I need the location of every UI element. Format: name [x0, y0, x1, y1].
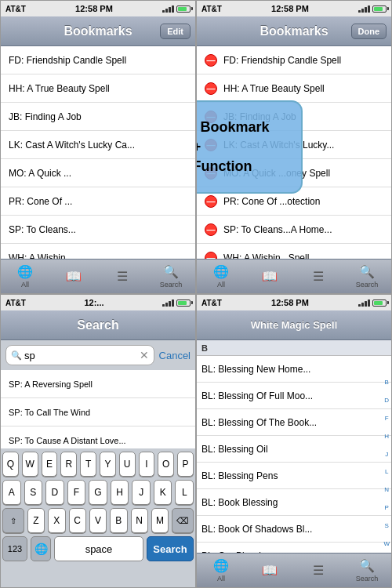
tab-mid[interactable]: ☰	[98, 266, 147, 287]
index-w[interactable]: W	[383, 540, 390, 547]
key-f[interactable]: F	[67, 480, 86, 505]
index-n[interactable]: N	[384, 486, 389, 493]
q3-nav-bar: Search	[1, 310, 195, 340]
delete-icon[interactable]: —	[205, 111, 217, 123]
list-item[interactable]: — FD: Friendship Candle Spell	[197, 46, 391, 74]
delete-icon[interactable]: —	[205, 252, 217, 260]
search-field[interactable]: 🔍 sp ✕	[5, 345, 154, 365]
index-l[interactable]: L	[385, 468, 388, 475]
key-q[interactable]: Q	[2, 452, 19, 477]
tab-all[interactable]: 🌐 All	[1, 261, 49, 292]
key-h[interactable]: H	[111, 480, 129, 505]
q2-carrier: AT&T	[201, 5, 222, 13]
list-item[interactable]: BL: Book Of Shadows Bl...	[197, 516, 391, 543]
q1-battery	[176, 5, 191, 13]
tab-bookmarks[interactable]: 📖	[49, 266, 98, 287]
list-item[interactable]: BL: Book Blessing	[197, 489, 391, 516]
list-item[interactable]: — HH: A True Beauty Spell	[197, 74, 391, 103]
tab-mid[interactable]: ☰	[294, 266, 343, 287]
key-w[interactable]: W	[22, 452, 38, 477]
delete-key[interactable]: ⌫	[172, 508, 194, 533]
key-v[interactable]: V	[89, 508, 107, 533]
list-item[interactable]: WH: A Wishin...	[1, 244, 195, 259]
list-item[interactable]: SP: To Cause A Distant Love...	[1, 426, 195, 448]
tab-search[interactable]: 🔍 Search	[343, 261, 391, 292]
tab-bookmarks[interactable]: 📖	[245, 266, 294, 287]
list-item[interactable]: JB: Finding A Job	[1, 103, 195, 131]
list-item[interactable]: SP: To Cleans...	[1, 216, 195, 244]
list-item[interactable]: SP: A Reversing Spell	[1, 370, 195, 398]
tab-bookmarks[interactable]: 📖	[245, 560, 294, 581]
list-item[interactable]: FD: Friendship Candle Spell	[1, 46, 195, 74]
q2-time: 12:58 PM	[271, 4, 309, 13]
list-item[interactable]: BL: Blessing New Home...	[197, 356, 391, 383]
list-item[interactable]: — PR: Cone Of ...otection	[197, 187, 391, 216]
key-r[interactable]: R	[60, 452, 77, 477]
list-item[interactable]: SP: To Call The Wind	[1, 398, 195, 426]
key-z[interactable]: Z	[27, 508, 45, 533]
key-d[interactable]: D	[45, 480, 64, 505]
search-key[interactable]: Search	[147, 536, 194, 561]
key-a[interactable]: A	[2, 480, 21, 505]
list-item[interactable]: — LK: Cast A Witch's Lucky...	[197, 131, 391, 159]
list-item[interactable]: — WH: A Wishin...Spell	[197, 244, 391, 259]
clear-search-icon[interactable]: ✕	[140, 349, 149, 361]
list-item[interactable]: LK: Cast A Witch's Lucky Ca...	[1, 131, 195, 159]
globe-key[interactable]: 🌐	[31, 536, 51, 561]
index-h[interactable]: H	[384, 433, 389, 440]
list-item[interactable]: BL: Blessing Pens	[197, 463, 391, 489]
tab-mid[interactable]: ☰	[294, 560, 343, 581]
key-i[interactable]: I	[139, 452, 155, 477]
key-t[interactable]: T	[80, 452, 96, 477]
key-123[interactable]: 123	[2, 536, 27, 561]
tab-search[interactable]: 🔍 Search	[343, 555, 391, 586]
list-item[interactable]: — MO: A Quick ...oney Spell	[197, 159, 391, 187]
index-d[interactable]: D	[384, 397, 389, 404]
q1-edit-button[interactable]: Edit	[160, 24, 191, 39]
list-item[interactable]: HH: A True Beauty Spell	[1, 74, 195, 103]
list-item[interactable]: — SP: To Cleans...A Home...	[197, 216, 391, 244]
list-item[interactable]: — JB: Finding A Job	[197, 103, 391, 131]
tab-search[interactable]: 🔍 Search	[147, 261, 195, 292]
delete-icon[interactable]: —	[205, 54, 217, 67]
list-item[interactable]: PR: Cone Of ...	[1, 187, 195, 216]
tab-all[interactable]: 🌐 All	[197, 261, 245, 292]
key-n[interactable]: N	[131, 508, 148, 533]
key-c[interactable]: C	[69, 508, 86, 533]
key-l[interactable]: L	[175, 480, 194, 505]
index-s[interactable]: S	[385, 522, 389, 529]
q4-carrier: AT&T	[201, 299, 222, 307]
delete-icon[interactable]: —	[205, 167, 217, 180]
list-item[interactable]: BL: Car Blessing	[197, 543, 391, 553]
key-e[interactable]: E	[42, 452, 58, 477]
key-k[interactable]: K	[154, 480, 172, 505]
delete-icon[interactable]: —	[205, 195, 217, 208]
space-key[interactable]: space	[54, 536, 143, 561]
key-u[interactable]: U	[119, 452, 136, 477]
list-item[interactable]: BL: Blessing Of The Book...	[197, 409, 391, 436]
delete-icon[interactable]: —	[205, 223, 217, 236]
index-bar[interactable]: B D F H J L N P S W	[383, 373, 390, 553]
delete-icon[interactable]: —	[205, 82, 217, 95]
key-y[interactable]: Y	[100, 452, 116, 477]
key-s[interactable]: S	[24, 480, 43, 505]
key-b[interactable]: B	[110, 508, 127, 533]
index-f[interactable]: F	[385, 415, 389, 422]
key-p[interactable]: P	[177, 452, 194, 477]
index-j[interactable]: J	[385, 451, 388, 458]
key-o[interactable]: O	[158, 452, 174, 477]
delete-icon[interactable]: —	[205, 139, 217, 151]
key-j[interactable]: J	[132, 480, 151, 505]
index-b[interactable]: B	[385, 379, 389, 386]
list-item[interactable]: BL: Blessing Oil	[197, 436, 391, 463]
list-item[interactable]: BL: Blessing Of Full Moo...	[197, 383, 391, 409]
tab-all[interactable]: 🌐 All	[197, 555, 245, 586]
cancel-button[interactable]: Cancel	[159, 350, 191, 361]
index-p[interactable]: P	[385, 504, 389, 511]
q2-done-button[interactable]: Done	[351, 24, 387, 39]
list-item[interactable]: MO: A Quick ...	[1, 159, 195, 187]
key-g[interactable]: G	[89, 480, 107, 505]
key-m[interactable]: M	[151, 508, 169, 533]
shift-key[interactable]: ⇧	[2, 508, 24, 533]
key-x[interactable]: X	[48, 508, 65, 533]
